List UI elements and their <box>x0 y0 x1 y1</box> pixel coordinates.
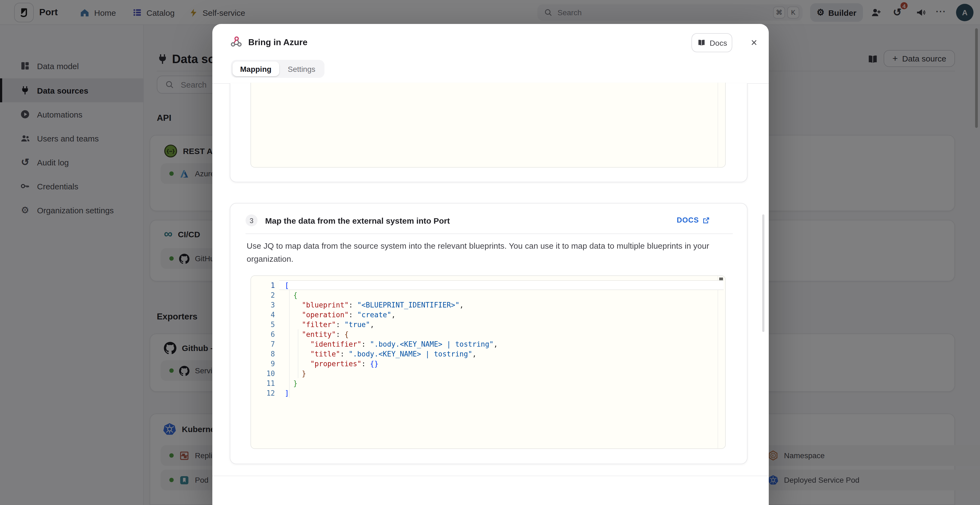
step-card-mapping: 3 Map the data from the external system … <box>230 203 748 464</box>
line-number: 8 <box>251 349 275 358</box>
code-text: } <box>275 379 298 387</box>
screenshot-viewport: Port Home Catalog Self-service Search ⌘ … <box>0 0 980 505</box>
tab-mapping[interactable]: Mapping <box>232 62 279 76</box>
line-number: 5 <box>251 320 275 329</box>
page-scrollbar[interactable] <box>975 28 978 128</box>
line-number: 9 <box>251 359 275 368</box>
code-text: "entity": { <box>275 330 349 338</box>
modal-scrollbar[interactable] <box>762 214 764 332</box>
bring-in-azure-modal: Bring in Azure Docs × Mapping Settings 3… <box>212 24 769 505</box>
code-line[interactable]: 12] <box>251 388 726 398</box>
code-editor-empty[interactable] <box>250 83 726 168</box>
modal-footer-divider <box>212 476 769 476</box>
app-stage: Port Home Catalog Self-service Search ⌘ … <box>0 0 980 505</box>
step-docs-link[interactable]: DOCS <box>677 216 710 224</box>
line-number: 6 <box>251 330 275 338</box>
step-header-divider <box>245 233 733 234</box>
step-card-partial <box>230 83 748 182</box>
code-text: "title": ".body.<KEY_NAME> | tostring", <box>275 349 476 358</box>
code-text: [ <box>275 281 289 289</box>
step-number-badge: 3 <box>245 214 258 226</box>
line-number: 11 <box>251 379 275 387</box>
code-lines: 1[2 {3 "blueprint": "<BLUEPRINT_IDENTIFI… <box>251 280 726 398</box>
code-text: "identifier": ".body.<KEY_NAME> | tostri… <box>275 340 498 348</box>
external-link-icon <box>702 216 710 224</box>
docs-link-label: DOCS <box>677 216 699 224</box>
line-number: 1 <box>251 281 275 289</box>
code-text: "properties": {} <box>275 359 379 368</box>
code-text: "operation": "create", <box>275 310 396 319</box>
modal-title: Bring in Azure <box>248 38 308 48</box>
code-line[interactable]: 4 "operation": "create", <box>251 310 726 319</box>
tab-settings[interactable]: Settings <box>280 62 323 76</box>
book-icon <box>697 38 706 48</box>
code-line[interactable]: 1[ <box>251 280 726 290</box>
line-number: 3 <box>251 301 275 309</box>
code-text: } <box>275 369 306 377</box>
code-line[interactable]: 7 "identifier": ".body.<KEY_NAME> | tost… <box>251 339 726 349</box>
editor-overview-ruler <box>718 83 718 167</box>
docs-button-label: Docs <box>710 38 727 47</box>
code-text: "filter": "true", <box>275 320 374 329</box>
close-icon[interactable]: × <box>748 33 760 52</box>
code-line[interactable]: 6 "entity": { <box>251 329 726 339</box>
code-line[interactable]: 11 } <box>251 378 726 388</box>
line-number: 12 <box>251 389 275 397</box>
jq-mapping-code-editor[interactable]: 1[2 {3 "blueprint": "<BLUEPRINT_IDENTIFI… <box>250 275 726 449</box>
code-text: ] <box>275 389 289 397</box>
line-number: 2 <box>251 291 275 299</box>
code-line[interactable]: 3 "blueprint": "<BLUEPRINT_IDENTIFIER>", <box>251 300 726 310</box>
line-number: 10 <box>251 369 275 377</box>
code-text: "blueprint": "<BLUEPRINT_IDENTIFIER>", <box>275 301 464 309</box>
code-line[interactable]: 10 } <box>251 368 726 378</box>
step-title: Map the data from the external system in… <box>265 216 450 225</box>
line-number: 4 <box>251 310 275 319</box>
line-number: 7 <box>251 340 275 348</box>
webhook-icon <box>230 35 243 48</box>
step-description: Use JQ to map data from the source syste… <box>247 240 742 265</box>
code-line[interactable]: 8 "title": ".body.<KEY_NAME> | tostring"… <box>251 349 726 359</box>
code-line[interactable]: 2 { <box>251 290 726 300</box>
code-line[interactable]: 5 "filter": "true", <box>251 319 726 329</box>
code-text: { <box>275 291 298 299</box>
modal-docs-button[interactable]: Docs <box>692 33 732 52</box>
code-line[interactable]: 9 "properties": {} <box>251 359 726 368</box>
active-line-highlight <box>279 280 724 290</box>
modal-tabs: Mapping Settings <box>231 60 325 78</box>
